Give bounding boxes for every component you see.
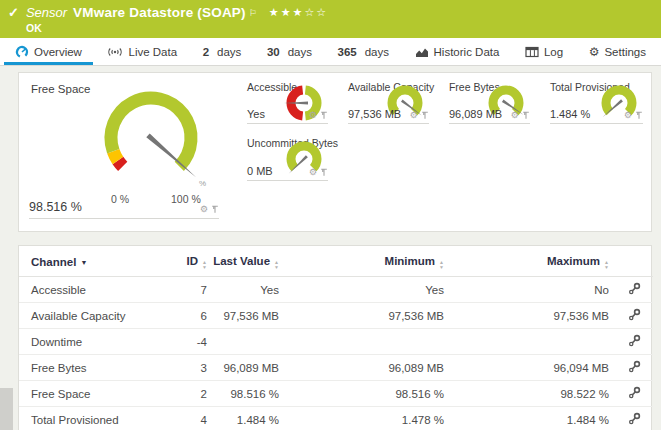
tab-label: Settings [604, 46, 646, 58]
tab-log[interactable]: Log [514, 38, 574, 65]
gauge-value: 1.484 % [550, 108, 590, 120]
channel-id: 3 [169, 355, 207, 381]
edit-channel-wrench-icon[interactable] [628, 386, 641, 399]
channel-actions [609, 329, 653, 355]
col-header-maximum[interactable]: Maximum▲▼ [444, 246, 609, 277]
page-title: VMware Datastore (SOAP) [73, 5, 246, 20]
gauge-cell-total-provisioned: Total Provisioned 1.484 % ⚙ [538, 73, 651, 129]
log-icon [525, 46, 539, 58]
channel-maximum: No [444, 277, 609, 303]
channel-actions [609, 277, 653, 303]
col-header-id[interactable]: ID▲▼ [169, 246, 207, 277]
gear-icon[interactable]: ⚙ [624, 111, 632, 120]
gauge-unit-label: % [199, 179, 206, 188]
channel-maximum: 1.484 % [444, 407, 609, 430]
tab-number: 365 [338, 46, 357, 58]
channel-id: 6 [169, 303, 207, 329]
pin-icon[interactable] [421, 111, 429, 120]
gauge-cell-accessible: Accessible Yes ⚙ [235, 73, 336, 129]
channel-table-body: Accessible 7 Yes Yes No Available Capaci… [19, 277, 653, 430]
gauge-cell-available-capacity: Available Capacity 97,536 MB ⚙ [336, 73, 437, 129]
sort-desc-icon: ▼ [80, 259, 87, 266]
table-row: Accessible 7 Yes Yes No [19, 277, 653, 303]
overview-icon [15, 45, 29, 59]
gauge-cell-uncommitted-bytes: Uncommitted Bytes 0 MB ⚙ [235, 129, 336, 186]
tab-30-days[interactable]: 30 days [256, 38, 323, 65]
edit-channel-wrench-icon[interactable] [628, 412, 641, 425]
channel-maximum: 98.522 % [444, 381, 609, 407]
edit-channel-wrench-icon[interactable] [628, 334, 641, 347]
pin-icon[interactable] [320, 111, 328, 120]
col-header-minimum[interactable]: Minimum▲▼ [279, 246, 444, 277]
settings-gear-icon: ⚙ [589, 46, 600, 58]
tab-label: days [365, 46, 389, 58]
channel-last-value: Yes [207, 277, 279, 303]
channel-name[interactable]: Available Capacity [19, 303, 169, 329]
gear-icon[interactable]: ⚙ [309, 111, 317, 120]
tab-2-days[interactable]: 2 days [192, 38, 253, 65]
gear-icon[interactable]: ⚙ [511, 111, 519, 120]
tab-label: Overview [34, 46, 82, 58]
channel-maximum: 96,094 MB [444, 355, 609, 381]
channel-id: 4 [169, 407, 207, 430]
channel-last-value: 96,089 MB [207, 355, 279, 381]
channel-name[interactable]: Total Provisioned [19, 407, 169, 430]
table-row: Available Capacity 6 97,536 MB 97,536 MB… [19, 303, 653, 329]
flag-icon[interactable]: ⚐ [249, 8, 257, 18]
gear-icon[interactable]: ⚙ [200, 205, 208, 214]
channel-minimum: 1.478 % [279, 407, 444, 430]
channel-last-value: 98.516 % [207, 381, 279, 407]
pin-icon[interactable] [635, 111, 643, 120]
tab-label: Live Data [128, 46, 177, 58]
edit-channel-wrench-icon[interactable] [628, 282, 641, 295]
table-row: Downtime -4 [19, 329, 653, 355]
tab-bar: Overview Live Data 2 days 30 days 365 da… [0, 38, 661, 66]
col-header-actions [609, 246, 653, 277]
channel-last-value [207, 329, 279, 355]
pin-icon[interactable] [522, 111, 530, 120]
gauge-value: 97,536 MB [348, 108, 401, 120]
channel-actions [609, 407, 653, 430]
channel-actions [609, 355, 653, 381]
channel-id: 2 [169, 381, 207, 407]
channel-name[interactable]: Free Bytes [19, 355, 169, 381]
channel-name[interactable]: Accessible [19, 277, 169, 303]
channel-actions [609, 381, 653, 407]
col-header-channel[interactable]: Channel▼ [19, 246, 169, 277]
gear-icon[interactable]: ⚙ [309, 168, 317, 177]
pin-icon[interactable] [320, 168, 328, 177]
gear-icon[interactable]: ⚙ [410, 111, 418, 120]
tab-label: Log [544, 46, 563, 58]
sort-icon: ▲▼ [439, 260, 444, 269]
tab-365-days[interactable]: 365 days [327, 38, 400, 65]
sensor-type-label: Sensor [26, 5, 67, 20]
priority-stars[interactable]: ★★★☆☆ [269, 6, 328, 19]
sort-icon: ▲▼ [274, 260, 279, 269]
channel-minimum: 97,536 MB [279, 303, 444, 329]
channel-minimum: Yes [279, 277, 444, 303]
tab-overview[interactable]: Overview [4, 38, 93, 65]
sort-icon: ▲▼ [202, 260, 207, 269]
tab-historic-data[interactable]: Historic Data [404, 38, 511, 65]
status-check-icon: ✓ [8, 5, 19, 20]
col-header-last-value[interactable]: Last Value▲▼ [207, 246, 279, 277]
channel-minimum: 98.516 % [279, 381, 444, 407]
pin-icon[interactable] [211, 205, 219, 214]
channel-name[interactable]: Free Space [19, 381, 169, 407]
table-row: Free Bytes 3 96,089 MB 96,089 MB 96,094 … [19, 355, 653, 381]
channel-minimum [279, 329, 444, 355]
gauge-value: Yes [247, 108, 265, 120]
gauge-cell-free-bytes: Free Bytes 96,089 MB ⚙ [437, 73, 538, 129]
table-header-row: Channel▼ ID▲▼ Last Value▲▼ Minimum▲▼ Max… [19, 246, 653, 277]
edit-channel-wrench-icon[interactable] [628, 308, 641, 321]
status-badge: OK [26, 22, 42, 34]
channel-name[interactable]: Downtime [19, 329, 169, 355]
tab-live-data[interactable]: Live Data [96, 38, 188, 65]
edit-channel-wrench-icon[interactable] [628, 360, 641, 373]
table-row: Free Space 2 98.516 % 98.516 % 98.522 % [19, 381, 653, 407]
gauges-panel: Free Space % 0 % 100 % 98.516 % ⚙ Access… [18, 72, 652, 232]
tab-settings[interactable]: ⚙ Settings [578, 38, 657, 65]
tab-label: days [217, 46, 241, 58]
gauge-cell-free-space: Free Space % 0 % 100 % 98.516 % ⚙ [19, 73, 235, 231]
channel-actions [609, 303, 653, 329]
